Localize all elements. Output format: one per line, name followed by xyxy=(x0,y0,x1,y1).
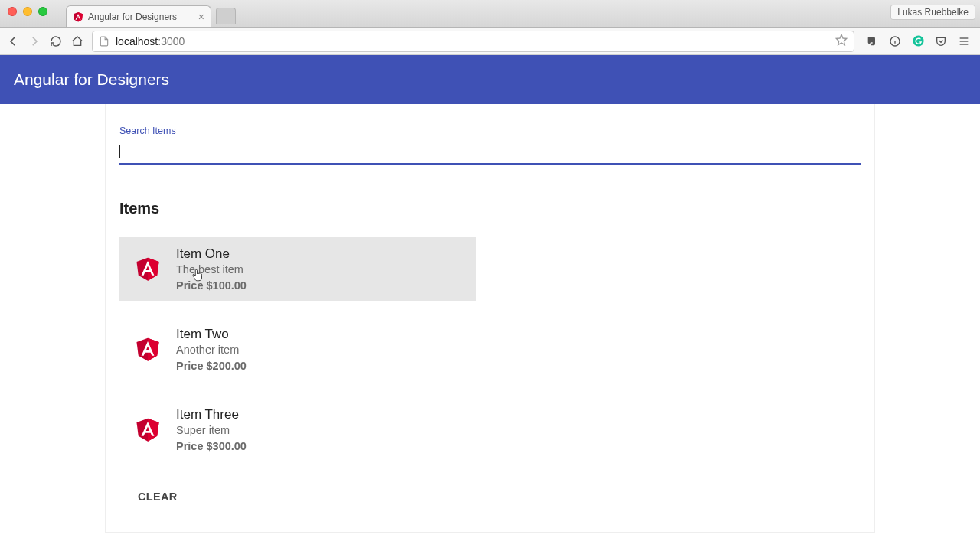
angular-shield-icon xyxy=(135,335,161,363)
browser-tab-strip: Angular for Designers × Lukas Ruebbelke xyxy=(0,0,980,28)
url-host: localhost xyxy=(116,35,158,47)
svg-marker-2 xyxy=(836,34,846,44)
item-text: Item Two Another item Price $200.00 xyxy=(176,327,247,372)
pocket-extension-icon[interactable] xyxy=(934,34,948,48)
item-name: Item One xyxy=(176,246,247,262)
items-heading: Items xyxy=(119,200,861,217)
item-name: Item Two xyxy=(176,327,247,342)
item-desc: Another item xyxy=(176,344,247,356)
url-port: :3000 xyxy=(158,35,185,47)
evernote-extension-icon[interactable] xyxy=(865,34,879,48)
content-card: Search Items Items Item One The best ite… xyxy=(105,104,875,533)
item-desc: Super item xyxy=(176,424,247,436)
browser-tab-active[interactable]: Angular for Designers × xyxy=(66,5,211,27)
forward-button[interactable] xyxy=(28,34,41,48)
app-title: Angular for Designers xyxy=(14,70,169,89)
window-zoom-button[interactable] xyxy=(38,7,47,16)
angular-icon xyxy=(73,11,83,22)
search-input[interactable] xyxy=(119,141,861,165)
address-bar[interactable]: localhost:3000 xyxy=(92,31,854,52)
item-price: Price $200.00 xyxy=(176,360,247,372)
angular-shield-icon xyxy=(135,255,161,282)
home-button[interactable] xyxy=(70,34,84,48)
back-button[interactable] xyxy=(6,34,20,48)
search-label: Search Items xyxy=(119,126,861,136)
list-item[interactable]: Item Three Super item Price $300.00 xyxy=(119,398,476,461)
info-extension-icon[interactable] xyxy=(888,34,902,48)
extension-icons xyxy=(862,34,974,48)
tab-title: Angular for Designers xyxy=(88,11,177,22)
window-minimize-button[interactable] xyxy=(23,7,32,16)
reload-button[interactable] xyxy=(49,34,63,48)
app-bar: Angular for Designers xyxy=(0,55,980,104)
item-desc: The best item xyxy=(176,263,247,276)
grammarly-extension-icon[interactable] xyxy=(911,34,925,48)
browser-toolbar: localhost:3000 xyxy=(0,28,980,55)
window-controls xyxy=(8,7,47,16)
list-item[interactable]: Item One The best item Price $100.00 xyxy=(119,237,476,301)
item-name: Item Three xyxy=(176,407,247,422)
item-text: Item Three Super item Price $300.00 xyxy=(176,407,247,452)
menu-icon[interactable] xyxy=(957,34,971,48)
page-icon xyxy=(99,36,109,47)
item-list: Item One The best item Price $100.00 Ite… xyxy=(119,237,861,461)
tab-close-icon[interactable]: × xyxy=(198,11,204,22)
new-tab-button[interactable] xyxy=(216,8,236,24)
angular-shield-icon xyxy=(135,416,161,443)
clear-button[interactable]: CLEAR xyxy=(129,484,186,509)
bookmark-star-icon[interactable] xyxy=(835,34,848,48)
search-field: Search Items xyxy=(119,122,861,171)
item-text: Item One The best item Price $100.00 xyxy=(176,246,247,292)
profile-chip[interactable]: Lukas Ruebbelke xyxy=(890,5,975,20)
page-body: Search Items Items Item One The best ite… xyxy=(0,104,980,551)
window-close-button[interactable] xyxy=(8,7,17,16)
text-caret xyxy=(119,145,120,158)
item-price: Price $100.00 xyxy=(176,279,247,292)
svg-point-6 xyxy=(913,35,923,46)
list-item[interactable]: Item Two Another item Price $200.00 xyxy=(119,318,476,381)
item-price: Price $300.00 xyxy=(176,440,247,452)
